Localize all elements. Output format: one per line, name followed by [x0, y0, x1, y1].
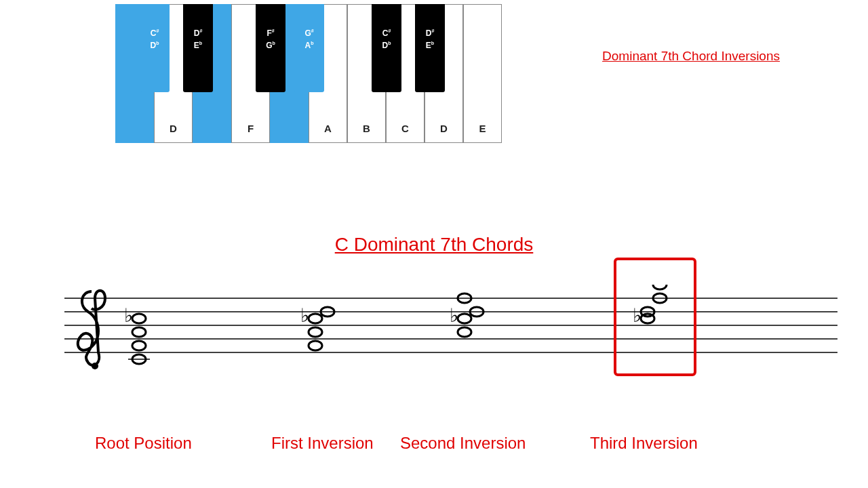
label-second-inversion: Second Inversion [400, 434, 526, 453]
chord-second-inversion: ♭ [450, 293, 484, 337]
piano-keyboard: DFABCDE C#DbD#EbF#GbG#AbC#DbD#Eb [115, 4, 502, 146]
svg-text:♭: ♭ [450, 305, 458, 326]
svg-point-21 [458, 327, 471, 337]
black-key-label: D#Eb [426, 27, 435, 52]
svg-point-20 [458, 314, 471, 323]
reference-link[interactable]: Dominant 7th Chord Inversions [602, 49, 780, 64]
black-key-label: C#Db [151, 27, 159, 52]
black-key-3: G#Ab [294, 4, 324, 92]
black-key-0: C#Db [140, 4, 170, 92]
white-key-label: D [170, 123, 177, 134]
white-key-label: C [401, 123, 409, 134]
label-third-inversion: Third Inversion [590, 434, 698, 453]
svg-point-9 [132, 341, 146, 350]
black-key-label: F#Gb [266, 27, 275, 52]
black-key-2: F#Gb [256, 4, 285, 92]
white-key-label: B [363, 123, 370, 134]
treble-clef-icon [78, 291, 105, 369]
highlight-box [614, 258, 696, 376]
chord-root-position: ♭ [124, 305, 150, 364]
svg-point-7 [132, 314, 146, 323]
white-key-label: F [248, 123, 254, 134]
white-key-label: A [324, 123, 332, 134]
svg-point-5 [92, 363, 98, 369]
svg-text:♭: ♭ [124, 305, 133, 326]
black-key-label: D#Eb [194, 27, 203, 52]
white-key-label: D [440, 123, 448, 134]
section-title: C Dominant 7th Chords [335, 234, 534, 256]
black-key-1: D#Eb [183, 4, 213, 92]
label-root-position: Root Position [95, 434, 192, 453]
svg-point-14 [309, 314, 322, 323]
black-key-label: G#Ab [304, 27, 313, 52]
svg-point-16 [309, 341, 322, 350]
svg-point-15 [309, 327, 322, 337]
label-first-inversion: First Inversion [271, 434, 374, 453]
black-key-label: C#Db [382, 27, 391, 52]
white-key-9: E [463, 4, 502, 143]
svg-point-8 [132, 327, 146, 337]
music-staff: ♭ ♭ ♭ ♭ [64, 285, 837, 389]
svg-text:♭: ♭ [300, 305, 309, 326]
black-key-5: D#Eb [415, 4, 445, 92]
white-key-label: E [479, 123, 486, 134]
black-key-4: C#Db [372, 4, 401, 92]
